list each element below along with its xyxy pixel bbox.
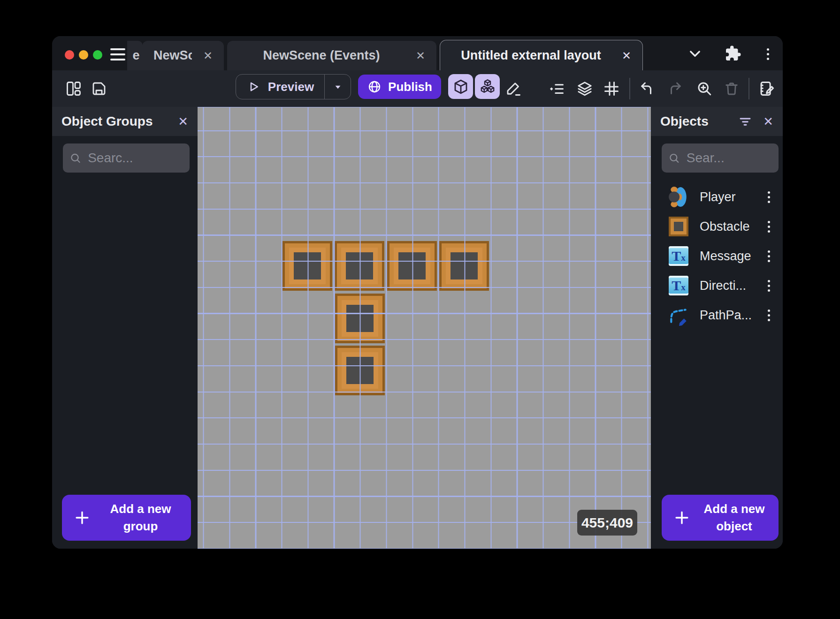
add-object-button[interactable]: Add a new object [662, 495, 779, 541]
text-object-icon: Tx [669, 246, 688, 266]
close-window-button[interactable] [65, 50, 74, 60]
group-search-input[interactable] [88, 151, 183, 166]
obstacle-instance[interactable] [335, 346, 385, 395]
scene-canvas[interactable]: 455;409 [198, 107, 651, 549]
object-menu-icon[interactable] [759, 280, 778, 292]
path-icon [668, 304, 689, 326]
events-list-icon[interactable] [548, 80, 565, 98]
objects-list: PlayerObstacleTxMessageTxDirecti...PathP… [651, 184, 783, 332]
object-menu-icon[interactable] [759, 221, 778, 233]
play-icon [246, 80, 260, 94]
add-group-label-line1: Add a new [110, 502, 171, 516]
close-icon[interactable]: ✕ [178, 114, 188, 129]
extensions-puzzle-icon[interactable] [723, 43, 743, 64]
grid-overlay [198, 107, 651, 549]
player-icon [668, 186, 689, 208]
preview-label: Preview [268, 80, 314, 94]
cursor-coordinates-badge: 455;409 [577, 510, 637, 536]
search-icon [668, 151, 680, 165]
object-groups-header: Object Groups ✕ [52, 107, 198, 136]
object-label: Message [700, 249, 759, 264]
preview-main[interactable]: Preview [236, 75, 324, 99]
screenshot-root: e NewScene ✕ NewScene (Events) ✕ Untitle… [0, 0, 840, 619]
toolbar-separator [629, 78, 630, 99]
tab-untitled-external-layout[interactable]: Untitled external layout ✕ [440, 40, 643, 71]
preview-button[interactable]: Preview [236, 74, 351, 99]
cubes-icon [479, 78, 496, 95]
object-row[interactable]: PathPa... [651, 302, 783, 328]
globe-icon [367, 79, 382, 94]
close-icon[interactable]: ✕ [416, 49, 425, 62]
tab-bar: e NewScene ✕ NewScene (Events) ✕ Untitle… [52, 36, 783, 70]
group-search-box[interactable] [63, 143, 190, 173]
plus-icon [73, 509, 91, 527]
cube-icon [452, 78, 469, 95]
object-label: Player [700, 190, 759, 204]
object-search-input[interactable] [687, 151, 772, 166]
obstacle-icon [669, 217, 688, 236]
layers-icon[interactable] [576, 80, 594, 98]
object-menu-icon[interactable] [759, 250, 778, 262]
edit-pencil-icon[interactable] [504, 80, 522, 98]
filter-icon[interactable] [738, 114, 753, 129]
object-label: PathPa... [700, 308, 759, 323]
zoom-window-button[interactable] [93, 50, 102, 60]
text-object-icon: Tx [669, 276, 688, 295]
edit-objects-mode-button[interactable] [448, 74, 473, 99]
obstacle-instance[interactable] [335, 241, 384, 291]
overflow-menu-icon[interactable] [760, 44, 780, 64]
trash-icon[interactable] [723, 80, 741, 98]
caret-down-icon [332, 81, 344, 93]
traffic-lights [65, 50, 102, 60]
tab-partial[interactable]: e [127, 41, 143, 70]
publish-button[interactable]: Publish [358, 75, 441, 99]
main-menu-icon[interactable] [110, 48, 125, 60]
tab-label: NewScene (Events) [238, 48, 405, 63]
object-row[interactable]: TxMessage [651, 243, 783, 269]
content-area: Object Groups ✕ Add a new group [52, 107, 783, 549]
object-menu-icon[interactable] [759, 191, 778, 203]
save-icon[interactable] [90, 80, 108, 98]
tab-label: NewScene [153, 48, 192, 63]
obstacle-instance[interactable] [387, 241, 437, 291]
object-label: Obstacle [700, 219, 759, 234]
object-groups-panel: Object Groups ✕ Add a new group [52, 107, 198, 549]
search-icon [69, 151, 81, 165]
add-group-label-line2: group [123, 519, 158, 533]
object-row[interactable]: Player [651, 184, 783, 210]
close-icon[interactable]: ✕ [763, 114, 773, 129]
redo-icon[interactable] [666, 80, 684, 98]
object-label: Directi... [700, 279, 759, 293]
edit-scene-properties-icon[interactable] [758, 80, 776, 98]
grid-icon[interactable] [603, 80, 620, 98]
objects-panel: Objects ✕ PlayerObstacleTxMessageTxDirec… [651, 107, 783, 549]
add-object-label-line2: object [716, 519, 752, 533]
object-menu-icon[interactable] [759, 310, 778, 321]
close-icon[interactable]: ✕ [203, 49, 213, 62]
object-search-box[interactable] [662, 143, 779, 173]
toolbar: Preview Publish [52, 70, 783, 107]
close-icon[interactable]: ✕ [622, 49, 631, 62]
home-dashboard-icon[interactable] [65, 80, 83, 98]
tab-newscene[interactable]: NewScene ✕ [142, 41, 224, 70]
preview-dropdown-button[interactable] [324, 75, 351, 99]
add-group-button[interactable]: Add a new group [62, 495, 191, 541]
obstacle-instance[interactable] [335, 294, 385, 343]
tab-label: Untitled external layout [451, 48, 611, 63]
app-window: e NewScene ✕ NewScene (Events) ✕ Untitle… [52, 36, 783, 549]
object-row[interactable]: TxDirecti... [651, 272, 783, 299]
chevron-down-icon[interactable] [685, 44, 705, 64]
panel-title: Objects [660, 114, 738, 129]
publish-label: Publish [388, 80, 432, 94]
tab-newscene-events[interactable]: NewScene (Events) ✕ [227, 41, 436, 70]
objects-header: Objects ✕ [651, 107, 783, 136]
zoom-in-icon[interactable] [695, 80, 713, 98]
object-row[interactable]: Obstacle [651, 213, 783, 240]
obstacle-instance[interactable] [283, 241, 332, 291]
tab-label: e [130, 48, 143, 63]
obstacle-instance[interactable] [439, 241, 489, 291]
instances-mode-button[interactable] [475, 74, 500, 99]
minimize-window-button[interactable] [79, 50, 88, 60]
undo-icon[interactable] [638, 80, 656, 98]
panel-title: Object Groups [61, 114, 168, 129]
